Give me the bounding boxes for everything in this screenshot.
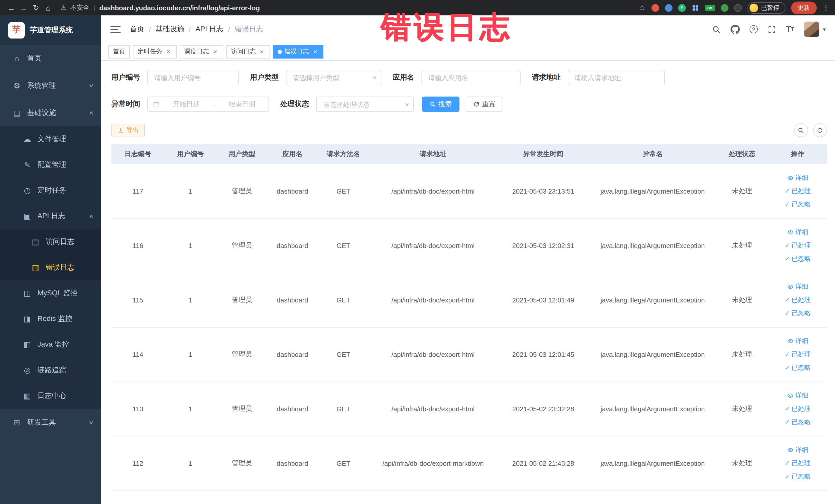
user-type-select[interactable]: ∨ xyxy=(286,70,382,85)
profile-paused-chip[interactable]: 已暂停 xyxy=(747,2,785,14)
tab-access-log[interactable]: 访问日志 × xyxy=(226,45,270,58)
right-toolbar xyxy=(794,123,827,137)
user-type-select-input[interactable] xyxy=(286,70,382,85)
sidebar-item-log-center[interactable]: ▦ 日志中心 xyxy=(0,383,101,409)
refresh-table-button[interactable] xyxy=(813,123,827,137)
sidebar-item-error-log[interactable]: ▥ 错误日志 xyxy=(0,255,101,280)
action-ignored-link[interactable]: ✓ 已忽略 xyxy=(772,198,824,211)
breadcrumb-home[interactable]: 首页 xyxy=(130,25,144,34)
date-range-picker[interactable]: 开始日期 - 结束日期 xyxy=(147,97,269,112)
bookmark-star-icon[interactable]: ☆ xyxy=(639,3,646,12)
extension-on-badge[interactable]: on xyxy=(705,4,715,11)
action-ignored-link[interactable]: ✓ 已忽略 xyxy=(772,416,824,429)
gear-icon: ⚙ xyxy=(11,81,23,90)
clock-icon: ◷ xyxy=(22,186,33,195)
tab-home[interactable]: 首页 xyxy=(108,45,130,58)
toggle-search-button[interactable] xyxy=(794,123,808,137)
tab-dispatch-log[interactable]: 调度日志 × xyxy=(180,45,223,58)
fullscreen-icon[interactable] xyxy=(768,25,776,34)
sidebar-item-system-management[interactable]: ⚙ 系统管理 ∨ xyxy=(0,72,101,99)
sidebar-item-access-log[interactable]: ▤ 访问日志 xyxy=(0,229,101,255)
action-detail-link[interactable]: 详细 xyxy=(772,225,824,239)
date-start-placeholder: 开始日期 xyxy=(165,100,208,109)
search-button[interactable]: 搜索 xyxy=(422,97,460,112)
action-processed-link[interactable]: ✓ 已处理 xyxy=(772,293,824,306)
action-detail-link[interactable]: 详细 xyxy=(772,171,824,184)
tab-scheduled-tasks[interactable]: 定时任务 × xyxy=(133,45,177,58)
github-icon[interactable] xyxy=(731,25,740,34)
browser-update-button[interactable]: 更新 xyxy=(791,1,816,14)
col-app-name: 应用名 xyxy=(267,144,318,164)
help-icon[interactable]: ? xyxy=(750,25,758,33)
sidebar-item-dev-tools[interactable]: ⊞ 研发工具 ∨ xyxy=(0,409,101,436)
back-icon[interactable]: ← xyxy=(5,2,18,14)
reload-icon[interactable]: ↻ xyxy=(30,2,42,14)
cell-exception-name: java.lang.IllegalArgumentException xyxy=(590,218,716,273)
close-icon[interactable]: × xyxy=(258,48,265,55)
sidebar-item-trace[interactable]: ◎ 链路追踪 xyxy=(0,357,101,383)
action-processed-link[interactable]: ✓ 已处理 xyxy=(772,457,824,470)
font-size-icon[interactable]: TT xyxy=(786,25,794,33)
browser-menu-icon[interactable]: ⋮ xyxy=(822,3,830,12)
action-ignored-link[interactable]: ✓ 已忽略 xyxy=(772,361,824,374)
process-status-select[interactable]: ∨ xyxy=(316,97,414,112)
profile-avatar-icon xyxy=(749,3,758,12)
sidebar: 芋 芋道管理系统 ⌂ 首页 ⚙ 系统管理 ∨ ▤ 基础设施 ∧ ☁ 文件管理 xyxy=(0,15,101,504)
top-navbar: 首页 / 基础设施 / API 日志 / 错误日志 ? xyxy=(101,15,835,43)
action-processed-link[interactable]: ✓ 已处理 xyxy=(772,239,824,252)
sidebar-item-config-management[interactable]: ✎ 配置管理 xyxy=(0,152,101,178)
breadcrumb-api-logs[interactable]: API 日志 xyxy=(196,25,224,34)
close-icon[interactable]: × xyxy=(211,48,219,55)
address-bar[interactable]: ⚠ 不安全 | dashboard.yudao.iocoder.cn/infra… xyxy=(61,3,260,12)
check-icon: ✓ xyxy=(785,416,790,429)
sidebar-item-java-monitor[interactable]: ◧ Java 监控 xyxy=(0,332,101,357)
sidebar-item-infrastructure[interactable]: ▤ 基础设施 ∧ xyxy=(0,99,101,126)
sidebar-item-home[interactable]: ⌂ 首页 xyxy=(0,45,101,72)
action-processed-link[interactable]: ✓ 已处理 xyxy=(772,402,824,416)
browser-chrome: ← → ↻ ⌂ ⚠ 不安全 | dashboard.yudao.iocoder.… xyxy=(0,0,835,15)
close-icon[interactable]: × xyxy=(312,48,319,55)
chevron-up-icon: ∧ xyxy=(88,110,94,116)
cell-user-type: 管理员 xyxy=(217,327,267,382)
action-processed-link[interactable]: ✓ 已处理 xyxy=(772,348,824,361)
hamburger-icon[interactable] xyxy=(110,26,121,33)
extension-icon-red[interactable] xyxy=(651,4,659,12)
sidebar-item-redis-monitor[interactable]: ◨ Redis 监控 xyxy=(0,306,101,332)
extension-icon-leaf[interactable] xyxy=(720,4,728,12)
extension-icon-blue[interactable] xyxy=(665,4,672,12)
tools-icon: ⊞ xyxy=(11,418,23,427)
user-avatar-menu[interactable]: ▾ xyxy=(804,22,826,37)
process-status-select-input[interactable] xyxy=(316,97,414,112)
user-id-input[interactable] xyxy=(147,70,239,85)
tab-error-log[interactable]: 错误日志 × xyxy=(273,45,323,58)
action-ignored-link[interactable]: ✓ 已忽略 xyxy=(772,470,824,483)
sidebar-item-scheduled-tasks[interactable]: ◷ 定时任务 xyxy=(0,178,101,203)
sidebar-item-mysql-monitor[interactable]: ◫ MySQL 监控 xyxy=(0,280,101,306)
action-detail-link[interactable]: 详细 xyxy=(772,389,824,402)
filter-row-2: 异常时间 开始日期 - 结束日期 处理状态 ∨ xyxy=(111,97,827,112)
sidebar-item-api-logs[interactable]: ▣ API 日志 ∧ xyxy=(0,203,101,229)
cell-user-type: 管理员 xyxy=(217,382,267,436)
api-log-icon: ▣ xyxy=(22,211,33,221)
action-ignored-link[interactable]: ✓ 已忽略 xyxy=(772,252,824,265)
export-button[interactable]: 导出 xyxy=(111,123,145,137)
extension-icon-grid[interactable] xyxy=(691,4,699,12)
extension-icon-green[interactable]: Y xyxy=(678,4,686,12)
sidebar-item-file-management[interactable]: ☁ 文件管理 xyxy=(0,126,101,152)
action-ignored-link[interactable]: ✓ 已忽略 xyxy=(772,306,824,320)
request-url-input[interactable] xyxy=(568,70,665,85)
action-detail-link[interactable]: 详细 xyxy=(772,443,824,457)
extensions-puzzle-icon[interactable] xyxy=(734,4,741,12)
breadcrumb-infrastructure[interactable]: 基础设施 xyxy=(156,25,184,34)
browser-home-icon[interactable]: ⌂ xyxy=(42,2,55,14)
forward-icon[interactable]: → xyxy=(18,2,30,14)
action-processed-link[interactable]: ✓ 已处理 xyxy=(772,184,824,198)
app-name-input[interactable] xyxy=(422,70,521,85)
search-icon[interactable] xyxy=(712,25,721,34)
reset-button[interactable]: 重置 xyxy=(466,97,503,112)
cell-exception-time: 2021-05-02 21:45:28 xyxy=(497,436,590,490)
action-detail-link[interactable]: 详细 xyxy=(772,334,824,348)
error-log-icon: ▥ xyxy=(30,263,41,272)
close-icon[interactable]: × xyxy=(165,48,172,55)
action-detail-link[interactable]: 详细 xyxy=(772,280,824,293)
